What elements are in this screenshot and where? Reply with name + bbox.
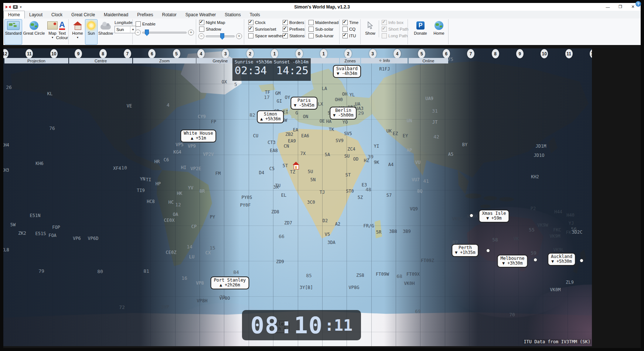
station-label-simon[interactable]: Simon▲ +5h36m — [257, 110, 284, 123]
prefix-label: 5W — [10, 222, 16, 227]
longitude-select[interactable]: Sun ▼ — [115, 26, 136, 33]
tab-rotator[interactable]: Rotator — [158, 11, 181, 18]
prefix-label: P2 — [531, 206, 536, 211]
station-label-svalbard[interactable]: Svalbard▼ -4h34m — [333, 65, 361, 78]
prefix-label: YV — [188, 185, 193, 190]
timezone-bubble: 7 — [124, 49, 131, 58]
night-map-checkbox[interactable]: Night Map — [199, 20, 225, 25]
prefix-label: 8R — [200, 189, 205, 194]
show-borders-checkbox[interactable]: Borders — [283, 20, 304, 25]
standard-projection-button[interactable]: Standard — [4, 19, 22, 45]
zoom-slider[interactable]: − + — [135, 30, 194, 35]
text-colour-button[interactable]: A Text Colour — [55, 19, 69, 45]
prefix-label: HA — [326, 119, 331, 124]
timezone-bubble: 1 — [320, 49, 327, 58]
show-sub-solar-checkbox[interactable]: Sub-solar — [309, 27, 333, 32]
prefix-label: G — [295, 110, 298, 116]
zone-number: 82 — [249, 112, 255, 118]
prefix-label: KG4 — [173, 149, 181, 155]
show-sunrise-set-checkbox[interactable]: Sunrise/set — [248, 27, 276, 32]
prefix-label: EA6 — [301, 133, 309, 138]
station-sun-offset: ▲ +2h26m — [214, 283, 246, 288]
maximize-button[interactable]: ❐ — [614, 3, 627, 11]
home-station-icon[interactable] — [293, 162, 299, 169]
zone-number: 73 — [219, 294, 225, 300]
tab-stations[interactable]: Stations — [220, 11, 245, 18]
prefix-label: KH3 — [3, 168, 9, 173]
zones-time-checkbox[interactable]: Time — [343, 20, 358, 25]
show-prefixes-checkbox[interactable]: Prefixes — [283, 27, 305, 32]
timezone-bubble: 4 — [393, 49, 401, 58]
station-sun-offset: ▼ -4h34m — [336, 71, 358, 76]
prefix-label: HK — [177, 191, 182, 196]
prefix-label: OE — [320, 118, 325, 124]
zone-number: 26 — [6, 85, 12, 90]
donate-button[interactable]: P Donate — [411, 19, 430, 43]
greyline-shadow-checkbox[interactable]: Shadow — [199, 27, 221, 32]
zoom-out-icon[interactable]: − — [135, 30, 141, 35]
timezone-bubble: 2 — [246, 49, 254, 58]
prefix-label: AP — [407, 148, 412, 153]
zoom-in-icon[interactable]: + — [188, 30, 194, 35]
zone-number: 58 — [492, 237, 498, 242]
station-label-berlin[interactable]: Berlin▼ -5h00m — [330, 107, 357, 120]
centre-home-button[interactable]: Home ▾ — [71, 19, 85, 45]
greyline-slider[interactable]: − + — [198, 33, 242, 39]
group-divider — [408, 19, 408, 44]
station-label-perth[interactable]: Perth▼ +1h35m — [452, 244, 478, 257]
great-circle-projection-button[interactable]: Great Circle — [22, 19, 46, 45]
station-label-paris[interactable]: Paris▼ -5h45m — [290, 97, 317, 110]
zoom-enable-checkbox[interactable]: Enable — [136, 21, 156, 27]
station-label-white-house[interactable]: White House▲ +51m — [180, 130, 216, 142]
prefix-label: A5 — [448, 152, 453, 157]
show-maidenhead-checkbox[interactable]: Maidenhead — [309, 20, 338, 25]
show-stations-checkbox[interactable]: Stations — [283, 33, 305, 38]
online-home-button[interactable]: Home — [430, 19, 447, 43]
zone-number: 12 — [175, 202, 181, 207]
minimize-button[interactable]: — — [602, 3, 614, 11]
tab-great-circle[interactable]: Great Circle — [67, 11, 99, 18]
station-label-port-stanley[interactable]: Port Stanley▲ +2h26m — [211, 276, 249, 289]
prefix-label: CX — [205, 250, 211, 255]
show-sub-lunar-checkbox[interactable]: Sub-lunar — [309, 33, 334, 38]
tab-home[interactable]: Home — [3, 11, 25, 18]
station-sun-offset: ▼ -5h45m — [294, 103, 314, 108]
prefix-label: FT09Z — [421, 258, 434, 263]
prefix-label: ZL8 — [3, 247, 9, 252]
tab-clock[interactable]: Clock — [47, 11, 67, 18]
show-clock-checkbox[interactable]: Clock — [248, 20, 266, 25]
greyline-plus-icon[interactable]: + — [236, 33, 242, 39]
station-label-melbourne[interactable]: Melbourne▼ +3h30m — [497, 255, 528, 268]
ribbon: Standard Great Circle Map ▾ A Text Colou… — [3, 18, 641, 45]
tab-maidenhead[interactable]: Maidenhead — [99, 11, 133, 18]
prefix-label: VP8H — [197, 298, 208, 303]
greyline-slider-thumb[interactable] — [220, 33, 224, 40]
prefix-label: YN — [140, 176, 145, 182]
zones-itu-checkbox[interactable]: ITU — [343, 33, 356, 38]
station-label-auckland[interactable]: Auckland▼ +5h30m — [548, 253, 576, 266]
tab-tools[interactable]: Tools — [245, 11, 265, 18]
station-dot — [580, 259, 583, 262]
zones-cq-checkbox[interactable]: CQ — [343, 27, 355, 32]
tab-prefixes[interactable]: Prefixes — [133, 11, 157, 18]
sun-icon — [87, 21, 95, 30]
help-icon[interactable]: ? — [636, 1, 641, 7]
show-space-weather-checkbox[interactable]: Space weather — [248, 33, 283, 38]
zoom-slider-thumb[interactable] — [145, 30, 149, 36]
zone-number: 59 — [531, 250, 536, 256]
prefix-label: 3D2C — [572, 230, 583, 235]
group-label-info: ✧ Info — [361, 58, 408, 63]
tab-layout[interactable]: Layout — [25, 11, 47, 18]
world-map-canvas[interactable]: 1211109876543210123456789101112 26KL76KH… — [3, 48, 592, 346]
tab-space-weather[interactable]: Space Weather — [181, 11, 221, 18]
centre-sun-button[interactable]: Sun — [85, 19, 98, 45]
prefix-label: H40 — [566, 213, 575, 218]
prefix-label: C6 — [164, 157, 169, 162]
long-path-checkbox: Long Path — [382, 33, 408, 38]
prefix-label: VP2V — [203, 152, 214, 157]
info-show-button[interactable]: Show — [362, 19, 378, 43]
centre-shadow-button[interactable]: Shadow — [98, 19, 114, 45]
zone-number: 75 — [447, 56, 453, 62]
greyline-minus-icon[interactable]: − — [198, 33, 204, 39]
station-label-xmas-isle[interactable]: Xmas Isle▼ +59m — [478, 210, 509, 223]
